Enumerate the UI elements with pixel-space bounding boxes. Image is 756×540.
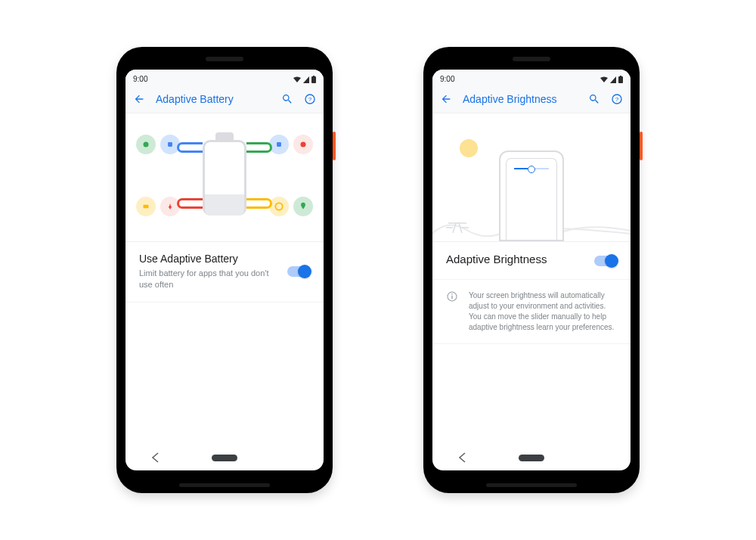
info-text: Your screen brightness will automaticall… [469,290,617,333]
search-icon[interactable] [588,93,600,105]
app-icon [293,197,313,216]
back-icon[interactable] [133,93,145,105]
status-bar: 9:00 [432,70,631,85]
battery-illustration [125,113,324,242]
phone-brightness: 9:00 Adaptive Brightness ? [423,47,640,493]
svg-line-15 [453,223,456,233]
svg-text:?: ? [615,95,619,102]
screen: 9:00 Adaptive Battery ? [125,70,324,470]
phone-speaker [513,57,550,61]
app-icon [269,197,289,216]
svg-rect-6 [144,205,149,209]
info-icon [446,290,458,306]
search-icon[interactable] [281,93,293,105]
status-bar: 9:00 [125,70,324,85]
header: Adaptive Battery ? [125,85,324,113]
app-icon [269,135,289,154]
svg-rect-11 [620,76,621,77]
battery-status-icon [618,76,623,83]
setting-subtitle: Limit battery for apps that you don't us… [139,268,275,291]
nav-home-pill[interactable] [519,455,544,461]
phone-battery: 9:00 Adaptive Battery ? [116,47,333,493]
page-title: Adaptive Battery [156,93,271,105]
svg-point-8 [301,142,306,147]
status-icons [293,76,316,83]
nav-back-icon[interactable] [150,452,161,463]
info-row: Your screen brightness will automaticall… [432,280,631,344]
phone-speaker-bottom [486,483,577,487]
setting-title: Use Adaptive Battery [139,253,277,265]
app-icon [160,197,180,216]
brightness-illustration [432,113,631,242]
svg-rect-1 [313,76,314,77]
mini-phone-icon [499,151,564,241]
nav-bar [432,445,631,470]
toggle-switch[interactable] [287,266,310,277]
svg-rect-10 [618,76,623,83]
bench-icon [446,220,469,234]
sun-icon [460,139,478,157]
screen: 9:00 Adaptive Brightness ? [432,70,631,470]
svg-rect-0 [311,76,316,83]
nav-bar [125,445,324,470]
svg-rect-5 [168,142,172,147]
battery-status-icon [311,76,316,83]
svg-rect-21 [451,293,452,294]
app-icon [293,135,313,154]
header: Adaptive Brightness ? [432,85,631,113]
help-icon[interactable]: ? [611,93,623,105]
nav-home-pill[interactable] [212,455,237,461]
mini-brightness-slider [514,168,549,169]
phone-speaker-bottom [179,483,270,487]
nav-back-icon[interactable] [457,452,468,463]
svg-point-4 [144,142,149,147]
wifi-icon [600,76,608,83]
status-icons [600,76,623,83]
setting-adaptive-brightness[interactable]: Adaptive Brightness [432,242,631,280]
svg-line-16 [459,223,462,233]
app-icon [136,197,156,216]
phone-speaker [206,57,243,61]
app-icon [136,135,156,154]
status-time: 9:00 [133,75,147,83]
svg-rect-7 [277,142,281,147]
svg-point-9 [275,203,282,209]
setting-adaptive-battery[interactable]: Use Adaptive Battery Limit battery for a… [125,242,324,303]
back-icon[interactable] [440,93,452,105]
signal-icon [610,76,616,83]
wifi-icon [293,76,301,83]
svg-text:?: ? [308,95,312,102]
svg-rect-20 [451,296,452,299]
setting-title: Adaptive Brightness [446,253,584,265]
status-time: 9:00 [440,75,454,83]
signal-icon [303,76,309,83]
help-icon[interactable]: ? [304,93,316,105]
page-title: Adaptive Brightness [463,93,578,105]
toggle-switch[interactable] [594,256,617,266]
